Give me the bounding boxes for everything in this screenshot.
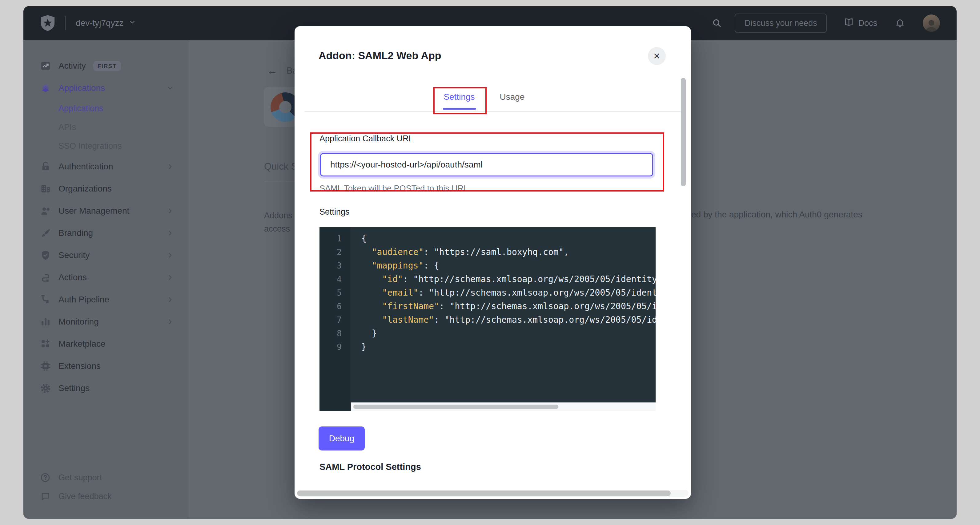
callback-url-input[interactable] [320,153,653,176]
book-icon [844,17,854,29]
monitoring-icon [40,316,51,327]
sidebar-item-activity[interactable]: ActivityFIRST [23,55,188,77]
background-text-fragment: ed by the application, which Auth0 gener… [691,210,862,220]
addon-saml2-modal: Addon: SAML2 Web App ✕ Settings Usage Ap… [294,26,691,499]
code-line: "id": "http://schemas.xmlsoap.org/ws/200… [361,273,655,286]
code-line: "lastName": "http://schemas.xmlsoap.org/… [361,313,655,327]
line-number: 6 [320,300,350,313]
give-feedback-icon [40,491,51,502]
sidebar-item-auth-pipeline[interactable]: Auth Pipeline [23,289,188,311]
applications-icon [40,83,51,94]
sidebar-item-label: Get support [59,473,102,482]
active-tab-underline [443,108,476,110]
sidebar-item-authentication[interactable]: Authentication [23,155,188,178]
tab-settings[interactable]: Settings [439,92,479,102]
first-badge: FIRST [93,61,121,71]
sidebar-item-label: Marketplace [59,339,106,349]
sidebar-item-label: SSO Integrations [59,141,122,151]
notifications-bell-icon[interactable] [895,18,905,28]
debug-button[interactable]: Debug [318,426,365,450]
sidebar-item-apis-sub[interactable]: APIs [23,118,188,137]
code-line: "firstName": "http://schemas.xmlsoap.org… [361,300,655,313]
line-number: 4 [320,273,350,286]
line-number: 1 [320,232,350,246]
docs-link[interactable]: Docs [844,17,877,29]
sidebar-item-label: Extensions [59,361,101,371]
chevron-down-icon [129,18,136,28]
code-line: "mappings": { [361,259,655,273]
chevron-right-icon [166,229,174,237]
auth0-logo-icon[interactable] [40,15,56,31]
back-arrow-icon: ← [267,65,277,76]
sidebar-item-applications[interactable]: Applications [23,77,188,99]
user-management-icon [40,205,51,217]
sidebar-item-label: Actions [59,273,87,282]
chevron-right-icon [166,318,174,326]
sidebar-item-sso-integrations-sub[interactable]: SSO Integrations [23,137,188,155]
sidebar-item-label: APIs [59,123,76,132]
code-line: "audience": "https://saml.boxyhq.com", [361,246,655,259]
chevron-right-icon [166,273,174,281]
sidebar-item-label: Give feedback [59,492,112,501]
line-number: 9 [320,340,350,354]
sidebar-item-settings[interactable]: Settings [23,377,188,399]
discuss-your-needs-button[interactable]: Discuss your needs [735,14,827,33]
authentication-icon [40,161,51,172]
callback-url-helper: SAML Token will be POSTed to this URL. [320,184,471,193]
tenant-name: dev-tyj7qyzz [76,18,124,28]
sidebar-item-actions[interactable]: Actions [23,266,188,289]
navbar-separator [65,16,66,30]
sidebar-item-get-support[interactable]: Get support [23,468,188,487]
extensions-icon [40,361,51,372]
get-support-icon [40,472,51,484]
sidebar-item-label: Settings [59,383,89,393]
sidebar-item-give-feedback[interactable]: Give feedback [23,487,188,506]
chevron-right-icon [166,295,174,303]
code-editor[interactable]: 123456789 { "audience": "https://saml.bo… [320,227,655,411]
sidebar-item-security[interactable]: Security [23,244,188,266]
code-line: { [361,232,655,246]
modal-title: Addon: SAML2 Web App [318,49,441,62]
activity-icon [40,61,51,72]
sidebar: ActivityFIRSTApplicationsApplicationsAPI… [23,40,188,519]
line-number-gutter: 123456789 [320,227,350,411]
user-avatar[interactable] [923,14,940,32]
tenant-switcher[interactable]: dev-tyj7qyzz [76,18,136,28]
sidebar-item-label: Applications [59,83,105,93]
close-icon[interactable]: ✕ [648,47,666,65]
tabs-divider [305,111,681,112]
sidebar-item-label: Branding [59,228,93,238]
divider [264,182,295,182]
code-line: } [361,340,655,354]
editor-scrollbar-thumb[interactable] [353,405,558,409]
callback-url-label: Application Callback URL [320,134,414,144]
sidebar-item-organizations[interactable]: Organizations [23,178,188,200]
modal-horizontal-scrollbar-thumb[interactable] [297,490,671,496]
sidebar-item-label: Applications [59,104,103,113]
sidebar-item-user-management[interactable]: User Management [23,200,188,222]
organizations-icon [40,183,51,194]
addons-description-fragment: Addons access [264,209,293,236]
line-number: 8 [320,327,350,340]
sidebar-item-branding[interactable]: Branding [23,222,188,244]
sidebar-item-applications-sub[interactable]: Applications [23,99,188,118]
sidebar-item-label: Security [59,251,89,260]
saml-protocol-settings-heading: SAML Protocol Settings [320,462,421,472]
quick-start-heading: Quick S [264,161,298,172]
sidebar-item-label: Monitoring [59,317,99,327]
chevron-right-icon [166,163,174,171]
branding-icon [40,228,51,239]
auth-pipeline-icon [40,294,51,305]
sidebar-item-marketplace[interactable]: Marketplace [23,333,188,355]
search-icon[interactable] [712,18,722,28]
code-line: "email": "http://schemas.xmlsoap.org/ws/… [361,286,655,300]
chevron-right-icon [166,251,174,259]
tab-usage[interactable]: Usage [495,92,529,102]
sidebar-item-extensions[interactable]: Extensions [23,355,188,377]
sidebar-footer: Get supportGive feedback [23,468,188,506]
settings-section-label: Settings [320,207,350,217]
editor-horizontal-scrollbar[interactable] [351,402,655,411]
line-number: 2 [320,246,350,259]
modal-vertical-scrollbar-thumb[interactable] [681,78,686,186]
sidebar-item-monitoring[interactable]: Monitoring [23,311,188,333]
